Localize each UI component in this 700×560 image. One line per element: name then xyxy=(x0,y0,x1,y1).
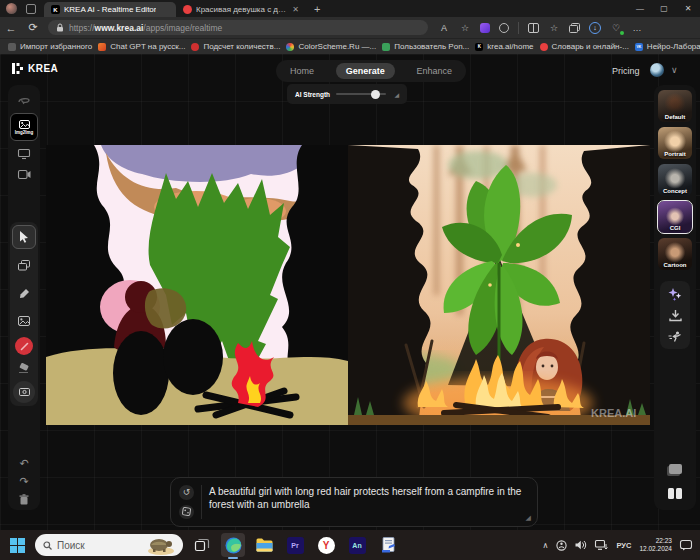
krea-logo[interactable]: KREA xyxy=(12,63,58,74)
favorites-bar-icon[interactable]: ☆ xyxy=(548,22,560,34)
language-indicator[interactable]: РУС xyxy=(616,541,631,550)
fast-mode-icon[interactable] xyxy=(668,331,682,342)
redo-button[interactable]: ↷ xyxy=(19,476,28,487)
url-text: https://www.krea.ai/apps/image/realtime xyxy=(69,23,222,33)
prompt-history-button[interactable]: ↺ xyxy=(179,485,194,500)
brush-tool[interactable] xyxy=(12,281,36,305)
resize-handle-icon[interactable]: ◢ xyxy=(526,514,531,522)
random-prompt-button[interactable] xyxy=(179,505,194,520)
back-button[interactable]: ← xyxy=(0,22,22,34)
browser-profile-avatar[interactable] xyxy=(6,3,17,14)
download-icon[interactable] xyxy=(669,310,682,322)
dice-icon xyxy=(182,507,191,516)
taskbar-search[interactable]: Поиск xyxy=(35,534,183,556)
read-aloud-icon[interactable]: A xyxy=(438,22,450,34)
sparkles-icon[interactable] xyxy=(668,288,682,301)
pricing-link[interactable]: Pricing xyxy=(612,66,640,76)
start-button[interactable] xyxy=(10,538,25,553)
address-bar[interactable]: https://www.krea.ai/apps/image/realtime xyxy=(48,20,428,35)
style-preset-cartoon[interactable]: Cartoon xyxy=(658,238,692,270)
tab-krea[interactable]: K KREA AI - Realtime Editor xyxy=(44,2,176,17)
brush-color-swatch[interactable] xyxy=(15,337,33,355)
add-image-tool[interactable] xyxy=(12,309,36,333)
style-preset-cgi[interactable]: CGI xyxy=(658,201,692,233)
favorite-star-icon[interactable]: ☆ xyxy=(459,22,471,34)
bookmark-item[interactable]: ColorScheme.Ru —... xyxy=(286,42,376,51)
canvas-generated-image[interactable]: KREA.AI xyxy=(348,145,650,425)
window-controls: — ▢ ✕ xyxy=(628,0,700,17)
shapes-tool[interactable] xyxy=(12,253,36,277)
select-tool[interactable] xyxy=(12,225,36,249)
left-toolbar: Img2Img xyxy=(8,85,40,510)
tab-generate[interactable]: Generate xyxy=(336,63,395,79)
taskbar-edge-icon[interactable] xyxy=(221,533,245,557)
tab-enhance[interactable]: Enhance xyxy=(406,63,462,79)
style-preset-portrait[interactable]: Portrait xyxy=(658,127,692,159)
workspaces-icon[interactable] xyxy=(26,4,36,14)
close-button[interactable]: ✕ xyxy=(676,0,700,17)
settings-menu-icon[interactable]: … xyxy=(631,22,643,34)
bookmark-label: ColorScheme.Ru —... xyxy=(298,42,376,51)
trash-icon[interactable] xyxy=(19,494,29,505)
bookmark-item[interactable]: Словарь и онлайн-... xyxy=(540,42,629,51)
screen-tool-icon[interactable] xyxy=(13,144,35,164)
taskbar-premiere-icon[interactable]: Pr xyxy=(283,533,307,557)
extension-icon[interactable] xyxy=(480,23,490,33)
split-screen-icon[interactable] xyxy=(528,23,539,33)
second-tab-favicon xyxy=(183,5,192,14)
lasso-tool-icon[interactable] xyxy=(13,90,35,110)
style-preset-default[interactable]: Default xyxy=(658,90,692,122)
new-tab-button[interactable]: + xyxy=(314,3,320,15)
bookmark-item[interactable]: Chat GPT на русск... xyxy=(98,42,185,51)
minimize-button[interactable]: — xyxy=(628,0,652,17)
krea-logo-icon xyxy=(12,63,23,74)
user-avatar[interactable] xyxy=(650,63,664,77)
hidden-icons-chevron[interactable]: ∧ xyxy=(543,541,549,550)
eraser-tool[interactable] xyxy=(12,359,36,377)
tab-home[interactable]: Home xyxy=(280,63,324,79)
bookmark-item[interactable]: VK Нейро-Лаборатор... xyxy=(635,42,700,51)
volume-icon[interactable] xyxy=(575,540,587,550)
colorscheme-icon xyxy=(286,43,294,51)
bookmark-item[interactable]: K krea.ai/home xyxy=(475,42,533,51)
style-preset-concept[interactable]: Concept xyxy=(658,164,692,196)
clock[interactable]: 22:23 12.02.2024 xyxy=(639,537,672,553)
camera-tool-icon[interactable] xyxy=(13,164,35,184)
tray-utility-icon[interactable] xyxy=(556,540,567,551)
vk-icon: VK xyxy=(635,43,643,51)
taskbar-explorer-icon[interactable] xyxy=(252,533,276,557)
downloads-icon[interactable]: ↓ xyxy=(589,22,601,34)
bookmark-item[interactable]: Импорт избранного xyxy=(8,42,92,51)
extension-icon[interactable] xyxy=(499,23,509,33)
network-icon[interactable] xyxy=(595,540,608,550)
preset-label: Default xyxy=(658,114,692,120)
chevron-down-icon[interactable]: ∨ xyxy=(671,65,678,75)
tab-close-icon[interactable]: ✕ xyxy=(292,5,299,14)
img2img-button[interactable]: Img2Img xyxy=(10,113,38,141)
maximize-button[interactable]: ▢ xyxy=(652,0,676,17)
url-host: www.krea.ai xyxy=(95,23,144,33)
webcam-input-button[interactable] xyxy=(13,381,35,403)
bookmark-item[interactable]: Пользователь Pon... xyxy=(382,42,469,51)
taskbar-animate-icon[interactable]: An xyxy=(345,533,369,557)
task-view-button[interactable] xyxy=(190,533,214,557)
screen: K KREA AI - Realtime Editor Красивая дев… xyxy=(0,0,700,560)
taskbar-document-icon[interactable] xyxy=(376,533,400,557)
prompt-input[interactable]: A beautiful girl with long red hair prot… xyxy=(209,485,529,519)
refresh-button[interactable]: ⟳ xyxy=(22,21,44,34)
layers-view-icon[interactable] xyxy=(669,464,682,474)
collections-icon[interactable] xyxy=(569,23,580,33)
split-view-icon[interactable] xyxy=(668,488,682,499)
taskbar-yandex-icon[interactable]: Y xyxy=(314,533,338,557)
undo-button[interactable]: ↶ xyxy=(19,458,28,469)
bookmark-item[interactable]: Подсчет количеств... xyxy=(191,42,280,51)
canvas-input-image[interactable] xyxy=(46,145,348,425)
tab-second[interactable]: Красивая девушка с длинными ✕ xyxy=(176,2,306,17)
resize-handle-icon[interactable]: ◢ xyxy=(394,91,399,98)
tab-title: KREA AI - Realtime Editor xyxy=(64,5,156,14)
ai-strength-slider[interactable] xyxy=(336,93,386,95)
notifications-icon[interactable] xyxy=(680,540,692,551)
draw-tools-group xyxy=(10,222,38,406)
slider-knob[interactable] xyxy=(371,90,380,99)
browser-essentials-icon[interactable]: ♡ xyxy=(610,22,622,34)
